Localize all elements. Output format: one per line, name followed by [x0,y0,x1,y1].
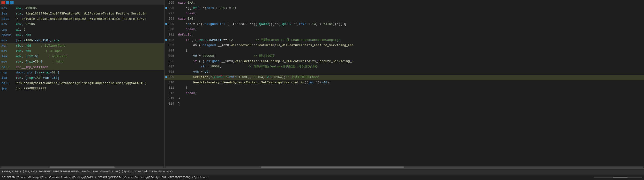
asm-operand: ?__private_GetVariant@?$FeatureImpl@U__W… [16,17,146,21]
line-number: 296 [168,6,177,11]
code-content: } [177,101,644,107]
asm-mnemonic: call [2,17,16,21]
asm-row-highlighted: mov r8d, ebx ; uElapse [0,49,164,54]
code-row: 301 default: [164,32,644,38]
asm-row: mov [rsp+1A0h+var_150], ebx [0,38,164,43]
line-number: 307 [168,64,177,69]
asm-mnemonic: nop [2,70,16,75]
line-number: 303 [168,43,177,48]
bottom-status-right: 0010E7BD ?ProcessMessage@FeedsDynamicCon… [0,174,644,180]
asm-row: lea rcx, [rsp+1A0h+var_150] [0,75,164,81]
breakpoint-dot [165,23,167,25]
code-content: case 0xA: [177,0,644,5]
code-row: 312 break; [164,91,644,96]
asm-comment: ; lpTimerFunc [41,43,65,48]
code-row: 310 FeedsTelemetry::FeedsDynamicContent_… [164,80,644,86]
asm-row-highlighted: lea edx, [r12+6] ; nIDEvent [0,54,164,59]
code-content: if ( (unsigned __int8)wil::details::Feat… [177,59,644,64]
asm-mnemonic: xor [2,43,16,48]
scrollbar-thumb [261,167,404,168]
code-content: && (unsigned __int8)wil::details::Featur… [177,43,644,48]
line-number: 313 [168,96,177,101]
asm-mnemonic: mov [2,6,16,11]
code-content: *a6 = (*(unsigned int (__fastcall **)(_Q… [177,22,644,27]
code-row: 311 } [164,86,644,91]
line-number: 297 [168,11,177,16]
line-number: 302 [168,38,177,43]
code-content: default: [177,32,644,37]
line-indicator [164,76,168,78]
asm-mnemonic: jmp [2,86,16,91]
scrollbar-track [1,167,163,168]
asm-operand: [rsp+1A0h+var_150], ebx [16,38,59,43]
asm-mnemonic: mov [2,38,16,43]
asm-mnemonic: cmovz [2,33,16,38]
asm-operand: r9d, r9d [16,43,31,48]
asm-operand: edx, [r12+6] [16,54,39,59]
scrollbar-track [166,167,643,168]
pseudocode-content[interactable]: 295 case 0xA: 296 *((_BYTE *)this + 289)… [164,0,644,166]
title-icon-blue1 [6,1,9,4]
breakpoint-dot [165,39,167,41]
asm-comment: ; nIDEvent [48,54,67,59]
title-icon-red [2,1,5,4]
asm-operand: dword ptr [rax+rax+00h] [16,70,59,75]
scrollbar-thumb [50,167,114,168]
line-number: 314 [168,101,177,107]
code-row: 306 if ( (unsigned __int8)wil::details::… [164,59,644,64]
asm-mnemonic: mov [2,59,16,64]
code-content: break; [177,91,644,96]
asm-mnemonic: call [2,81,16,86]
asm-row-highlighted: call cs:__imp_SetTimer [0,65,164,70]
asm-operand: ebx, 493E0h [16,6,37,11]
code-content: case 0xB: [177,16,644,21]
asm-row: mov edx, 2710h [0,22,164,27]
code-row: 299 *a6 = (*(unsigned int (__fastcall **… [164,22,644,27]
asm-row: mov ebx, 493E0h [0,6,164,11]
asm-operand: ??$FeedsDynamicContent_SetCampaignTimer@… [16,81,146,86]
code-row: 305 v9 = 300000; // 默认300秒 [164,54,644,59]
assembly-content[interactable]: mov ebx, 493E0h lea rcx, ?impl@?1??GetIm… [0,5,164,166]
title-icon-blue2 [10,1,14,4]
code-row: 313 } [164,96,644,101]
asm-row: call ?__private_GetVariant@?$FeatureImpl… [0,16,164,22]
code-row: 302 if ( (_DWORD)wParam == 12 // 判断WPara… [164,38,644,43]
asm-row: jmp loc_7FF6BEE8F932 [0,86,164,91]
asm-row: cmp al, 2 [0,27,164,33]
code-row: 304 { [164,48,644,54]
breakpoint-dot [165,76,167,78]
asm-mnemonic: mov [2,49,16,54]
code-content: SetTimer(*((HWND *)this + 0xE), 6ui64, v… [177,75,644,80]
line-indicator [164,23,168,25]
right-panel: 295 case 0xA: 296 *((_BYTE *)this + 289)… [164,0,644,169]
left-panel: mov ebx, 493E0h lea rcx, ?impl@?1??GetIm… [0,0,164,169]
code-content: FeedsTelemetry::FeedsDynamicContent_SetC… [177,80,644,85]
asm-operand: edx, 2710h [16,22,35,27]
code-row: 300 break; [164,27,644,32]
asm-operand: rcx, [rsp+1A0h+var_150] [16,76,59,80]
asm-row: nop dword ptr [rax+rax+00h] [0,70,164,75]
code-content: *((_BYTE *)this + 289) = 1; [177,6,644,11]
code-row: 296 *((_BYTE *)this + 289) = 1; [164,6,644,11]
code-row: 314 } [164,101,644,107]
line-number: 305 [168,54,177,59]
asm-operand: loc_7FF6BEE8F932 [16,86,46,91]
left-scrollbar[interactable] [0,166,164,169]
code-row: 295 case 0xA: [164,0,644,6]
asm-row: cmovz ebx, edx [0,33,164,38]
line-number: 301 [168,32,177,37]
code-row: 297 break; [164,11,644,16]
main-container: mov ebx, 493E0h lea rcx, ?impl@?1??GetIm… [0,0,644,169]
asm-mnemonic: lea [2,54,16,59]
code-content: } [177,86,644,91]
line-number: 306 [168,59,177,64]
asm-row-highlighted: xor r9d, r9d ; lpTimerFunc [0,43,164,49]
asm-mnemonic: cmp [2,27,16,32]
right-scrollbar[interactable] [164,166,644,169]
asm-row-highlighted: mov rcx, [rsi+70h] ; hWnd [0,59,164,64]
code-row: 303 && (unsigned __int8)wil::details::Fe… [164,43,644,48]
line-indicator [164,7,168,9]
code-content: break; [177,27,644,32]
asm-row: call ??$FeedsDynamicContent_SetCampaignT… [0,81,164,86]
breakpoint-dot [165,7,167,9]
